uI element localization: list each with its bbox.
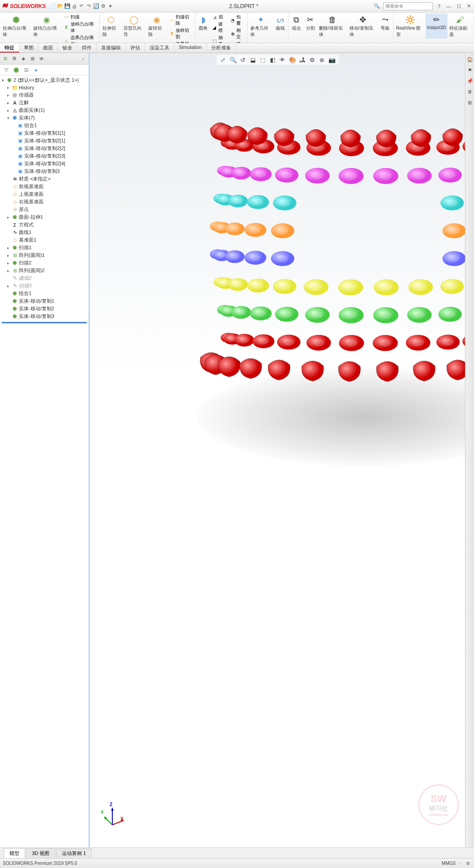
new-icon[interactable]: 📄 — [49, 3, 57, 10]
rib-button[interactable]: ⊿筋 — [210, 13, 228, 21]
tree-item[interactable]: ▣实体-移动/复制2[2] — [1, 145, 88, 152]
curves-button[interactable]: ᔕ曲线 — [274, 13, 288, 39]
help-icon[interactable]: ? — [435, 3, 443, 10]
view-settings-icon[interactable]: ⚙ — [308, 56, 316, 64]
tree-item[interactable]: ▸📁History — [1, 84, 88, 91]
loft-button[interactable]: ⧗放样凸台/基体 — [62, 21, 98, 34]
doc-tab-3dview[interactable]: 3D 视图 — [26, 848, 55, 858]
dropdown-icon[interactable]: ▾ — [107, 3, 114, 10]
zoom-fit-icon[interactable]: ⤢ — [219, 56, 227, 64]
tab-direct-edit[interactable]: 直接编辑 — [97, 43, 126, 53]
rollback-bar[interactable] — [2, 322, 87, 323]
tree-item[interactable]: ⬣实体-移动/复制3 — [1, 313, 88, 320]
tree-item[interactable]: ▸A注解 — [1, 99, 88, 106]
tab-surface[interactable]: 曲面 — [39, 43, 58, 53]
options-icon[interactable]: ⚙ — [100, 3, 107, 10]
open-icon[interactable]: 📂 — [57, 3, 64, 10]
display-style-icon[interactable]: ◧ — [269, 56, 277, 64]
tab-simulation[interactable]: Simulation — [174, 43, 207, 53]
tp-layer-icon[interactable]: ≣ — [466, 88, 474, 95]
tree-item[interactable]: ▸◬曲面实体(1) — [1, 106, 88, 114]
tab-analysis[interactable]: 分析准备 — [207, 43, 236, 53]
min-icon[interactable]: — — [445, 3, 452, 10]
tree-item[interactable]: ▣实体-移动/复制2[1] — [1, 137, 88, 145]
tree-item[interactable]: ▸⬣曲面-拉伸1 — [1, 213, 88, 221]
tree-item[interactable]: ⬣组合1 — [1, 290, 88, 297]
fm-filter-icon[interactable]: ▽ — [3, 66, 10, 74]
tree-item[interactable]: ∿曲线1 — [1, 229, 88, 236]
prev-view-icon[interactable]: ↺ — [239, 56, 247, 64]
task-pane[interactable]: 🏠 ⚑ 📌 ≣ ⊞ — [465, 53, 474, 847]
graphics-area[interactable]: ⤢ 🔍 ↺ ⬓ ⬚ ◧ 👁 🎨 🏞 ⚙ ⊕ 📷 — [90, 53, 465, 847]
tp-flag-icon[interactable]: ⚑ — [466, 66, 474, 74]
revolve-boss-button[interactable]: ◉旋转凸台/基体 — [31, 13, 62, 48]
tree-item[interactable]: ▣实体-移动/复制2[4] — [1, 160, 88, 167]
sweep-button[interactable]: 〰扫描 — [62, 13, 98, 21]
tree-item[interactable]: ▸⊞阵列(圆周)1 — [1, 251, 88, 259]
max-icon[interactable]: ◻ — [455, 3, 462, 10]
view-orient-icon[interactable]: ⬚ — [259, 56, 267, 64]
tab-render[interactable]: 渲染工具 — [145, 43, 174, 53]
tree-item[interactable]: ◇上视基准面 — [1, 190, 88, 198]
tree-item[interactable]: ◇前视基准面 — [1, 183, 88, 190]
fm-expand-icon[interactable]: › — [80, 55, 87, 62]
tp-home-icon[interactable]: 🏠 — [466, 56, 474, 63]
orientation-triad[interactable]: X Y Z — [99, 802, 126, 829]
tree-item[interactable]: ≋材质 <未指定> — [1, 175, 88, 183]
tree-item[interactable]: ◇基准面1 — [1, 236, 88, 244]
combine-button[interactable]: ⧉组合 — [289, 13, 303, 39]
undo-icon[interactable]: ↶ — [78, 3, 85, 10]
save-icon[interactable]: 💾 — [64, 3, 71, 10]
tree-item[interactable]: ▸✎扫描3 — [1, 282, 88, 290]
zoom-area-icon[interactable]: 🔍 — [229, 56, 237, 64]
status-cog-icon[interactable]: ⚙ — [464, 860, 471, 867]
cut-sweep-button[interactable]: 〰扫描切除 — [167, 13, 194, 27]
realview-button[interactable]: 🔆RealView 图形 — [394, 13, 426, 39]
tab-features[interactable]: 特征 — [0, 43, 19, 53]
fm-eye-icon[interactable]: 👁 — [38, 55, 45, 62]
flex-button[interactable]: ⤳弯曲 — [378, 13, 392, 39]
hide-show-icon[interactable]: 👁 — [279, 56, 287, 64]
intersect-button[interactable]: ⊗相交 — [228, 27, 246, 40]
fm-search-icon[interactable]: ⬤ — [13, 66, 20, 74]
tree-item[interactable]: Σ方程式 — [1, 221, 88, 229]
split-button[interactable]: ✂分割 — [303, 13, 317, 39]
instant3d-button[interactable]: ✏Instant3D — [425, 13, 447, 39]
tree-item[interactable]: ▾⬢实体(7) — [1, 114, 88, 122]
draft-button[interactable]: ◢拔模 — [210, 21, 228, 34]
ref-geom-button[interactable]: ✦参考几何体 — [248, 13, 274, 39]
tree-item[interactable]: ▸⊞阵列(圆周)2 — [1, 267, 88, 274]
tree-item[interactable]: ▸⬣扫描1 — [1, 244, 88, 251]
status-units[interactable]: MMGS — [442, 861, 456, 866]
move-body-button[interactable]: ✥移动/复制实体 — [348, 13, 378, 39]
tree-item[interactable]: ⬣实体-移动/复制1 — [1, 297, 88, 305]
tp-pin-icon[interactable]: 📌 — [466, 77, 474, 84]
rebuild-icon[interactable]: 🔄 — [93, 3, 100, 10]
tab-evaluate[interactable]: 评估 — [126, 43, 145, 53]
extrude-boss-button[interactable]: ⬢拉伸凸台/基体 — [1, 13, 31, 48]
doc-tab-model[interactable]: 模型 — [4, 848, 25, 858]
command-search[interactable] — [383, 2, 433, 10]
tree-item[interactable]: ▸⬣扫描2 — [1, 259, 88, 267]
fm-config-icon[interactable]: ⚙ — [11, 55, 18, 62]
tree-item[interactable]: ▸◎传感器 — [1, 91, 88, 99]
tree-root[interactable]: ▾⬢ 2 (默认<<默认>_显示状态 1>) — [1, 76, 88, 84]
tree-item[interactable]: ✎曲线2 — [1, 274, 88, 282]
delete-body-button[interactable]: 🗑删除/保留实体 — [317, 13, 348, 39]
feature-paint-button[interactable]: 🖌特征涂刷器 — [447, 13, 473, 39]
tree-item[interactable]: ▣组合1 — [1, 122, 88, 129]
tab-weldment[interactable]: 焊件 — [77, 43, 97, 53]
tree-item[interactable]: ▣实体-移动/复制1[1] — [1, 129, 88, 137]
scene-icon[interactable]: 🏞 — [298, 56, 306, 64]
fm-display-icon[interactable]: ◈ — [20, 55, 27, 62]
tab-sheetmetal[interactable]: 钣金 — [58, 43, 77, 53]
close-icon[interactable]: ✕ — [465, 3, 472, 10]
fm-tree-icon[interactable]: ⧉ — [2, 55, 9, 62]
edit-scene-icon[interactable]: 🎨 — [288, 56, 297, 64]
doc-tab-motion[interactable]: 运动算例 1 — [56, 848, 92, 858]
tree-item[interactable]: ⊹原点 — [1, 206, 88, 213]
section-icon[interactable]: ⬓ — [249, 56, 257, 64]
tree-item[interactable]: ▣实体-移动/复制3 — [1, 167, 88, 175]
wrap-button[interactable]: ◔包覆 — [228, 13, 246, 27]
tp-quad-icon[interactable]: ⊞ — [466, 99, 474, 106]
